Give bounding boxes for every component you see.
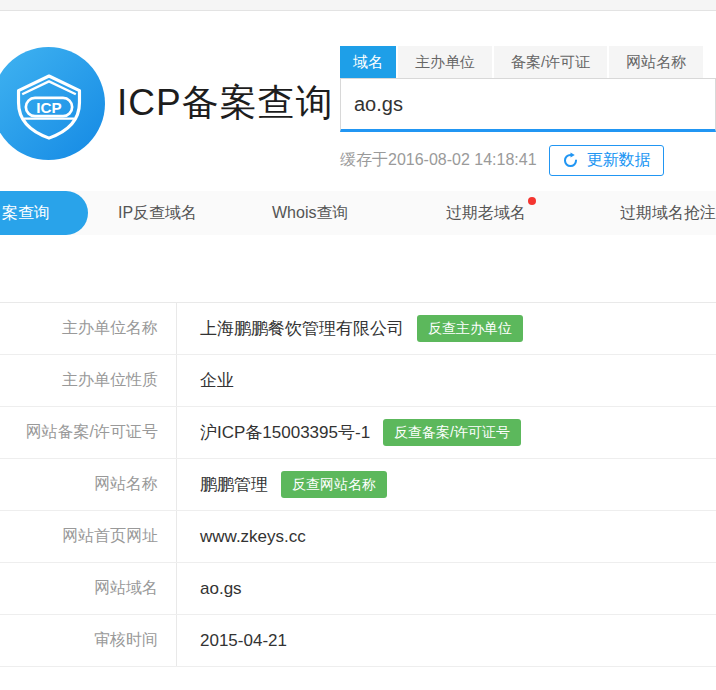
review-date-value: 2015-04-21 — [200, 631, 287, 651]
new-badge-dot — [528, 197, 536, 205]
row-label: 网站首页网址 — [0, 511, 177, 562]
search-type-tabs: 域名 主办单位 备案/许可证 网站名称 — [340, 46, 716, 78]
site-name-value: 鹏鹏管理 — [200, 473, 268, 496]
table-row: 网站首页网址 www.zkeys.cc — [0, 511, 716, 563]
refresh-label: 更新数据 — [587, 150, 651, 171]
refresh-icon — [562, 152, 579, 169]
row-label: 主办单位名称 — [0, 303, 177, 354]
nav-item-label: 过期老域名 — [446, 203, 526, 224]
page-title: ICP备案查询 — [117, 78, 334, 128]
tab-organizer[interactable]: 主办单位 — [398, 46, 492, 78]
table-row: 主办单位名称 上海鹏鹏餐饮管理有限公司 反查主办单位 — [0, 303, 716, 355]
table-row: 网站域名 ao.gs — [0, 563, 716, 615]
nav-item-ip-reverse[interactable]: IP反查域名 — [118, 191, 197, 235]
row-value-cell: www.zkeys.cc — [177, 511, 306, 562]
row-value-cell: 沪ICP备15003395号-1 反查备案/许可证号 — [177, 407, 521, 458]
row-label: 网站备案/许可证号 — [0, 407, 177, 458]
cache-row: 缓存于2016-08-02 14:18:41 更新数据 — [340, 145, 716, 176]
reverse-lookup-organizer-button[interactable]: 反查主办单位 — [417, 315, 523, 342]
homepage-url-value: www.zkeys.cc — [200, 527, 306, 547]
tab-domain[interactable]: 域名 — [340, 46, 396, 78]
search-panel: 域名 主办单位 备案/许可证 网站名称 缓存于2016-08-02 14:18:… — [340, 46, 716, 176]
reverse-lookup-site-name-button[interactable]: 反查网站名称 — [281, 471, 387, 498]
row-value-cell: 企业 — [177, 355, 234, 406]
tab-license[interactable]: 备案/许可证 — [494, 46, 607, 78]
row-label: 审核时间 — [0, 615, 177, 666]
table-row: 网站备案/许可证号 沪ICP备15003395号-1 反查备案/许可证号 — [0, 407, 716, 459]
row-value-cell: ao.gs — [177, 563, 242, 614]
nav-bar: 案查询 IP反查域名 Whois查询 过期老域名 过期域名抢注 — [0, 191, 716, 235]
nav-item-expired-preorder[interactable]: 过期域名抢注 — [620, 191, 716, 235]
search-input[interactable] — [340, 78, 716, 132]
site-domain-value: ao.gs — [200, 579, 242, 599]
cache-timestamp: 缓存于2016-08-02 14:18:41 — [340, 150, 537, 171]
reverse-lookup-license-button[interactable]: 反查备案/许可证号 — [383, 419, 521, 446]
organizer-name-value: 上海鹏鹏餐饮管理有限公司 — [200, 317, 404, 340]
svg-text:ICP: ICP — [36, 98, 61, 115]
table-row: 网站名称 鹏鹏管理 反查网站名称 — [0, 459, 716, 511]
organizer-nature-value: 企业 — [200, 369, 234, 392]
nav-item-icp-lookup-active[interactable]: 案查询 — [0, 191, 88, 235]
refresh-data-button[interactable]: 更新数据 — [549, 145, 664, 176]
row-label: 主办单位性质 — [0, 355, 177, 406]
row-label: 网站名称 — [0, 459, 177, 510]
table-row: 审核时间 2015-04-21 — [0, 615, 716, 667]
table-row: 主办单位性质 企业 — [0, 355, 716, 407]
row-value-cell: 2015-04-21 — [177, 615, 287, 666]
result-table: 主办单位名称 上海鹏鹏餐饮管理有限公司 反查主办单位 主办单位性质 企业 网站备… — [0, 302, 716, 667]
row-label: 网站域名 — [0, 563, 177, 614]
icp-logo: ICP — [0, 47, 105, 160]
header: ICP ICP备案查询 域名 主办单位 备案/许可证 网站名称 缓存于2016-… — [0, 11, 716, 191]
nav-item-expired-domains[interactable]: 过期老域名 — [446, 191, 526, 235]
row-value-cell: 鹏鹏管理 反查网站名称 — [177, 459, 387, 510]
shield-icon: ICP — [10, 65, 88, 143]
nav-item-whois[interactable]: Whois查询 — [272, 191, 348, 235]
license-number-value: 沪ICP备15003395号-1 — [200, 421, 370, 444]
row-value-cell: 上海鹏鹏餐饮管理有限公司 反查主办单位 — [177, 303, 523, 354]
top-strip — [0, 0, 716, 11]
tab-site-name[interactable]: 网站名称 — [609, 46, 703, 78]
